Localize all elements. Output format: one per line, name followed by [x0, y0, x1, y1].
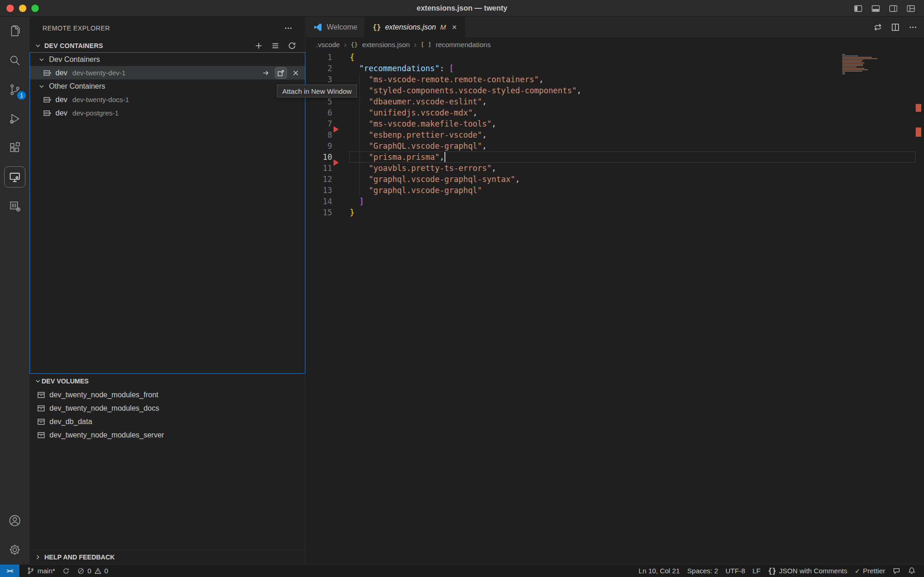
line-number[interactable]: 6 — [306, 107, 332, 118]
code-line-7[interactable]: 7 "ms-vscode.makefile-tools", — [306, 118, 924, 129]
chevron-down-icon — [38, 56, 45, 63]
line-number[interactable]: 3 — [306, 74, 332, 85]
refresh-icon[interactable] — [287, 41, 297, 50]
more-actions-icon[interactable] — [908, 23, 918, 32]
status-bar: >< main* 0 0 Ln 10, Col 21 Spaces: 2 UTF… — [0, 564, 924, 577]
line-number[interactable]: 1 — [306, 52, 332, 63]
open-changes-icon[interactable] — [873, 23, 882, 32]
breadcrumb-separator: › — [344, 41, 346, 49]
code-line-13[interactable]: 13 "graphql.vscode-graphql" — [306, 185, 924, 196]
close-tab-icon[interactable]: × — [452, 23, 457, 31]
line-number[interactable]: 9 — [306, 140, 332, 152]
minimap[interactable] — [842, 54, 879, 75]
run-debug-icon[interactable] — [0, 104, 30, 133]
vscode-logo-icon — [313, 23, 322, 32]
line-number[interactable]: 14 — [306, 196, 332, 207]
tree-item-dev-postgres-1[interactable]: dev dev-postgres-1 — [30, 106, 305, 120]
tab-welcome[interactable]: Welcome — [306, 17, 365, 37]
dev-containers-tree: Dev Containers dev dev-twenty-dev-1 — [30, 52, 305, 374]
toggle-panel-icon[interactable] — [870, 3, 881, 13]
dev-volumes-section-header[interactable]: DEV VOLUMES — [30, 374, 305, 388]
formatter-item[interactable]: ✓ Prettier — [851, 565, 889, 577]
line-number[interactable]: 15 — [306, 207, 332, 218]
tab-extensions-json[interactable]: {} extensions.json M × — [365, 17, 464, 37]
list-view-icon[interactable] — [271, 41, 280, 50]
explorer-icon[interactable] — [0, 17, 30, 46]
code-line-10[interactable]: 10 "prisma.prisma", — [306, 152, 924, 163]
remote-explorer-sidebar: REMOTE EXPLORER DEV CONTAINERS — [30, 17, 305, 564]
code-line-14[interactable]: 14 ] — [306, 196, 924, 207]
git-branch-item[interactable]: main* — [23, 565, 59, 577]
toggle-secondary-sidebar-icon[interactable] — [888, 3, 898, 13]
volume-item[interactable]: dev_twenty_node_modules_front — [30, 388, 305, 401]
tree-item-dev-twenty-docs-1[interactable]: dev dev-twenty-docs-1 — [30, 93, 305, 106]
code-line-11[interactable]: 11 "yoavbls.pretty-ts-errors", — [306, 163, 924, 174]
line-number[interactable]: 8 — [306, 129, 332, 140]
code-line-4[interactable]: 4 "styled-components.vscode-styled-compo… — [306, 85, 924, 96]
tree-group-dev-containers[interactable]: Dev Containers — [30, 53, 305, 66]
remote-indicator[interactable]: >< — [0, 565, 19, 577]
code-editor[interactable]: 1{2 "recommendations": [3 "ms-vscode-rem… — [306, 52, 924, 564]
split-editor-icon[interactable] — [891, 23, 900, 32]
dev-containers-section-header[interactable]: DEV CONTAINERS — [30, 39, 305, 52]
container-icon — [43, 109, 51, 117]
volume-item[interactable]: dev_db_data — [30, 415, 305, 428]
breadcrumb-separator: › — [414, 41, 416, 49]
close-window-button[interactable] — [6, 5, 14, 12]
problems-item[interactable]: 0 0 — [73, 565, 112, 577]
code-line-8[interactable]: 8 "esbenp.prettier-vscode", — [306, 129, 924, 140]
account-icon[interactable] — [0, 506, 30, 535]
code-line-9[interactable]: 9 "GraphQL.vscode-graphql", — [306, 140, 924, 152]
settings-gear-icon[interactable] — [0, 535, 30, 564]
breadcrumb-folder[interactable]: .vscode — [316, 41, 340, 49]
warning-count: 0 — [104, 567, 108, 575]
code-line-3[interactable]: 3 "ms-vscode-remote.remote-containers", — [306, 74, 924, 85]
indentation-item[interactable]: Spaces: 2 — [684, 565, 722, 577]
tree-group-other-containers[interactable]: Other Containers — [30, 79, 305, 93]
line-number[interactable]: 12 — [306, 174, 332, 185]
line-number[interactable]: 7 — [306, 118, 332, 129]
line-number[interactable]: 5 — [306, 96, 332, 107]
dev-containers-icon[interactable] — [0, 191, 30, 220]
code-line-2[interactable]: 2 "recommendations": [ — [306, 63, 924, 74]
language-mode-item[interactable]: {} JSON with Comments — [764, 565, 851, 577]
source-control-icon[interactable]: 1 — [0, 75, 30, 104]
cursor-position-item[interactable]: Ln 10, Col 21 — [635, 565, 683, 577]
code-line-5[interactable]: 5 "dbaeumer.vscode-eslint", — [306, 96, 924, 107]
tree-item-dev-twenty-dev-1[interactable]: dev dev-twenty-dev-1 — [30, 66, 305, 79]
volume-item[interactable]: dev_twenty_node_modules_server — [30, 428, 305, 442]
breadcrumb-file[interactable]: extensions.json — [362, 41, 410, 49]
line-number[interactable]: 2 — [306, 63, 332, 74]
line-number[interactable]: 13 — [306, 185, 332, 196]
json-file-icon: {} — [372, 23, 381, 31]
code-line-1[interactable]: 1{ — [306, 52, 924, 63]
sidebar-title: REMOTE EXPLORER — [43, 24, 110, 32]
git-deleted-marker — [334, 159, 339, 166]
line-number[interactable]: 10 — [306, 152, 332, 163]
customize-layout-icon[interactable] — [906, 3, 916, 13]
more-actions-icon[interactable] — [284, 24, 293, 33]
add-container-icon[interactable] — [254, 41, 263, 50]
notifications-bell-icon[interactable] — [904, 565, 919, 577]
search-icon[interactable] — [0, 46, 30, 75]
code-line-15[interactable]: 15} — [306, 207, 924, 218]
feedback-icon[interactable] — [889, 565, 904, 577]
code-line-12[interactable]: 12 "graphql.vscode-graphql-syntax", — [306, 174, 924, 185]
source-control-badge: 1 — [17, 91, 26, 100]
sync-changes-icon[interactable] — [59, 565, 73, 577]
eol-item[interactable]: LF — [749, 565, 765, 577]
line-number[interactable]: 11 — [306, 163, 332, 174]
help-and-feedback-section-header[interactable]: HELP AND FEEDBACK — [30, 550, 305, 564]
breadcrumb-symbol[interactable]: recommendations — [436, 41, 491, 49]
remove-container-icon[interactable] — [290, 67, 301, 79]
toggle-primary-sidebar-icon[interactable] — [853, 3, 863, 13]
code-line-6[interactable]: 6 "unifiedjs.vscode-mdx", — [306, 107, 924, 118]
minimize-window-button[interactable] — [19, 5, 26, 12]
attach-to-container-icon[interactable] — [261, 67, 272, 79]
extensions-icon[interactable] — [0, 133, 30, 162]
zoom-window-button[interactable] — [31, 5, 39, 12]
remote-explorer-icon[interactable] — [0, 162, 30, 191]
attach-in-new-window-icon[interactable] — [275, 67, 286, 79]
encoding-item[interactable]: UTF-8 — [722, 565, 749, 577]
volume-item[interactable]: dev_twenty_node_modules_docs — [30, 401, 305, 415]
